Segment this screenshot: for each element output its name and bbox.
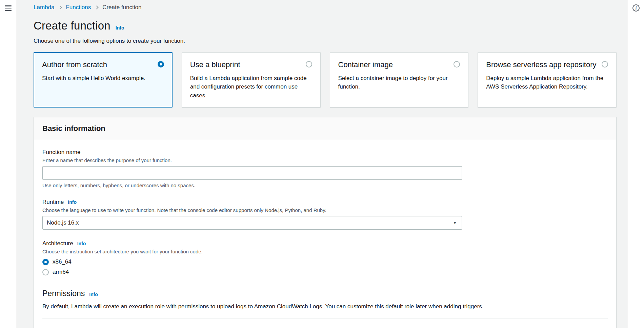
caret-down-icon: ▼	[453, 221, 457, 225]
chevron-right-icon	[58, 5, 62, 9]
breadcrumb-link-lambda[interactable]: Lambda	[34, 4, 54, 11]
card-title: Author from scratch	[42, 60, 107, 70]
page-title: Create function	[34, 19, 110, 32]
radio-option-arm64[interactable]: arm64	[42, 269, 608, 275]
runtime-info-link[interactable]: Info	[68, 199, 77, 205]
page-subtitle: Choose one of the following options to c…	[34, 38, 617, 44]
title-info-link[interactable]: Info	[116, 25, 124, 31]
radio-option-x86-64[interactable]: x86_64	[42, 258, 608, 265]
radio-unselected-icon[interactable]	[602, 61, 608, 67]
card-description: Build a Lambda application from sample c…	[190, 74, 312, 100]
permissions-info-link[interactable]: Info	[89, 292, 98, 297]
breadcrumb-link-functions[interactable]: Functions	[66, 4, 91, 11]
function-name-label: Function name	[42, 149, 80, 156]
runtime-field-group: Runtime Info Choose the language to use …	[42, 199, 608, 230]
architecture-label: Architecture	[42, 240, 73, 247]
radio-unselected-icon[interactable]	[42, 269, 49, 275]
panel-heading: Basic information	[42, 124, 608, 133]
architecture-info-link[interactable]: Info	[77, 241, 86, 246]
creation-option-cards: Author from scratch Start with a simple …	[34, 52, 617, 108]
info-circle-icon[interactable]: i	[632, 4, 640, 12]
left-nav-rail	[0, 0, 16, 328]
hamburger-menu-icon[interactable]	[4, 4, 12, 12]
function-name-constraint: Use only letters, numbers, hyphens, or u…	[42, 182, 608, 188]
card-description: Select a container image to deploy for y…	[338, 74, 460, 91]
card-description: Deploy a sample Lambda application from …	[486, 74, 608, 91]
radio-selected-icon[interactable]	[158, 61, 164, 67]
right-tools-rail: i	[628, 0, 644, 328]
radio-option-label: arm64	[53, 269, 69, 275]
permissions-description: By default, Lambda will create an execut…	[42, 303, 608, 310]
chevron-right-icon	[95, 5, 98, 9]
function-name-field-group: Function name Enter a name that describe…	[42, 149, 608, 188]
radio-unselected-icon[interactable]	[306, 61, 312, 67]
breadcrumb: Lambda Functions Create function	[34, 4, 617, 11]
panel-header: Basic information	[34, 117, 616, 140]
panel-footer	[42, 319, 608, 328]
runtime-select[interactable]: Node.js 16.x ▼	[42, 216, 462, 230]
card-use-a-blueprint[interactable]: Use a blueprint Build a Lambda applicati…	[182, 52, 321, 108]
function-name-input[interactable]	[42, 166, 462, 180]
panel-body: Function name Enter a name that describe…	[34, 140, 616, 328]
architecture-radio-group: x86_64 arm64	[42, 258, 608, 275]
basic-information-panel: Basic information Function name Enter a …	[34, 117, 617, 328]
architecture-field-group: Architecture Info Choose the instruction…	[42, 240, 608, 275]
runtime-description: Choose the language to use to write your…	[42, 207, 608, 213]
function-name-description: Enter a name that describes the purpose …	[42, 157, 608, 163]
card-description: Start with a simple Hello World example.	[42, 74, 164, 83]
radio-selected-icon[interactable]	[42, 259, 49, 265]
runtime-selected-value: Node.js 16.x	[47, 219, 79, 226]
page-title-row: Create function Info	[34, 19, 617, 32]
main-content: Lambda Functions Create function Create …	[16, 0, 628, 328]
card-container-image[interactable]: Container image Select a container image…	[330, 52, 469, 108]
radio-option-label: x86_64	[53, 258, 72, 265]
permissions-section: Permissions Info By default, Lambda will…	[42, 289, 608, 310]
card-browse-serverless-app-repository[interactable]: Browse serverless app repository Deploy …	[478, 52, 617, 108]
card-title: Browse serverless app repository	[486, 60, 596, 70]
card-author-from-scratch[interactable]: Author from scratch Start with a simple …	[34, 52, 173, 108]
permissions-heading: Permissions	[42, 289, 85, 298]
card-title: Use a blueprint	[190, 60, 240, 70]
architecture-description: Choose the instruction set architecture …	[42, 249, 608, 254]
breadcrumb-current: Create function	[102, 4, 141, 11]
radio-unselected-icon[interactable]	[454, 61, 460, 67]
runtime-label: Runtime	[42, 199, 64, 206]
card-title: Container image	[338, 60, 393, 70]
